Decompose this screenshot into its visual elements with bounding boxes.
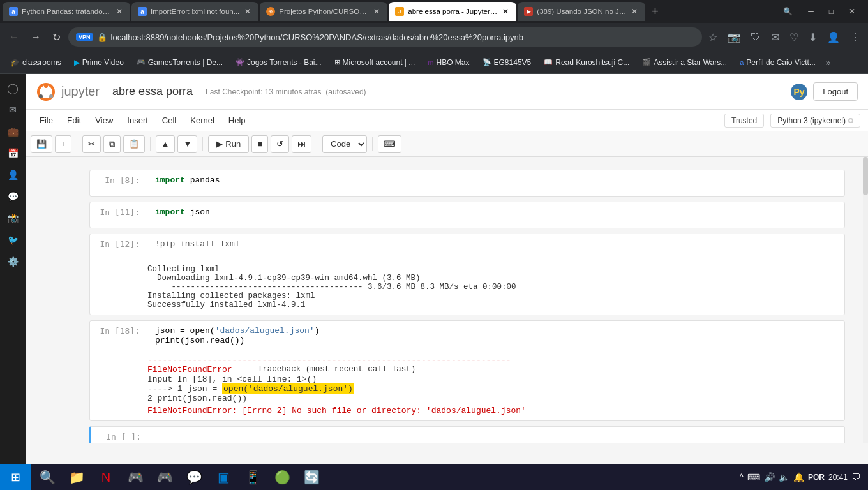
menu-help[interactable]: Help <box>222 113 252 128</box>
bookmark-prime[interactable]: ▶ Prime Video <box>69 56 129 70</box>
sidebar-icon-email[interactable]: ✉ <box>4 101 22 119</box>
code-module: pandas <box>190 175 220 185</box>
profile-icon[interactable]: 👤 <box>825 29 842 46</box>
cell-5[interactable]: In [ ]: <box>89 426 845 443</box>
sidebar-icon-person[interactable]: 👤 <box>4 166 22 184</box>
cell-type-select[interactable]: Code <box>322 135 367 153</box>
bookmark-hbo[interactable]: m HBO Max <box>423 56 474 70</box>
new-tab-button[interactable]: + <box>647 3 664 21</box>
cell-3[interactable]: In [12]: !pip install lxml Collecting lx… <box>89 234 845 315</box>
bookmarks-more[interactable]: » <box>826 57 831 68</box>
tray-volume-icon[interactable]: 🔈 <box>779 472 789 482</box>
taskbar-green1[interactable]: 🟢 <box>268 464 296 490</box>
menu-insert[interactable]: Insert <box>121 113 154 128</box>
add-cell-button[interactable]: + <box>55 135 71 153</box>
start-button[interactable]: ⊞ <box>0 464 31 490</box>
sidebar-icon-settings[interactable]: ⚙️ <box>4 253 22 271</box>
sidebar-icon-briefcase[interactable]: 💼 <box>4 122 22 140</box>
move-down-button[interactable]: ▼ <box>177 135 197 153</box>
bookmark-read[interactable]: 📖 Read Kuroshitsuji C... <box>539 56 634 70</box>
tab-4[interactable]: J abre essa porra - Jupyter N... ✕ <box>389 2 516 21</box>
tab-3-close[interactable]: ✕ <box>372 6 381 17</box>
tab-1-close[interactable]: ✕ <box>115 6 124 17</box>
taskbar-search[interactable]: 🔍 <box>33 464 61 490</box>
tray-arrow-icon[interactable]: ^ <box>739 472 744 482</box>
menu-file[interactable]: File <box>33 113 59 128</box>
menu-kernel[interactable]: Kernel <box>184 113 221 128</box>
cell-1[interactable]: In [8]: import pandas <box>89 170 845 197</box>
minimize-button[interactable]: ─ <box>805 4 816 19</box>
taskbar-refresh[interactable]: 🔄 <box>297 464 326 490</box>
cell-5-body[interactable] <box>149 427 844 443</box>
menu-view[interactable]: View <box>89 113 119 128</box>
bookmark-eg8145[interactable]: 📡 EG8145V5 <box>477 56 537 70</box>
taskbar-files[interactable]: 📁 <box>63 464 91 490</box>
bookmark-jogos[interactable]: 👾 Jogos Torrents - Bai... <box>230 56 327 70</box>
notification-icon[interactable]: 🔔 <box>793 472 804 482</box>
language-indicator: POR <box>808 473 825 482</box>
extensions-icon[interactable]: ⋮ <box>848 29 863 46</box>
taskbar-whatsapp[interactable]: 📱 <box>239 464 267 490</box>
bookmark-assistir[interactable]: 🎬 Assistir a Star Wars... <box>637 56 732 70</box>
close-button[interactable]: ✕ <box>846 4 858 19</box>
reload-button[interactable]: ↻ <box>49 27 64 47</box>
screenshot-icon[interactable]: 📷 <box>725 29 743 46</box>
tray-network-icon[interactable]: 🔊 <box>764 472 775 482</box>
taskbar-notifications-button[interactable]: 🗨 <box>851 472 860 482</box>
logout-button[interactable]: Logout <box>813 82 858 101</box>
copy-button[interactable]: ⧉ <box>103 135 121 153</box>
maximize-button[interactable]: □ <box>827 4 836 19</box>
bookmark-perfil[interactable]: a Perfil de Caio Victt... <box>735 56 821 70</box>
menu-edit[interactable]: Edit <box>61 113 87 128</box>
tab-4-close[interactable]: ✕ <box>501 6 510 17</box>
cell-4-body[interactable]: json = open('dados/aluguel.json') print(… <box>147 321 844 350</box>
tab-5[interactable]: ▶ (389) Usando JSON no Jup... ✕ <box>518 2 645 21</box>
paste-button[interactable]: 📋 <box>123 135 145 153</box>
forward-button[interactable]: → <box>27 27 45 47</box>
taskbar-netflix[interactable]: N <box>92 464 120 490</box>
tab-1[interactable]: a Python Pandas: tratando e... ✕ <box>3 2 130 21</box>
cell-4[interactable]: In [18]: json = open('dados/aluguel.json… <box>89 320 845 421</box>
scrollbar-thumb[interactable] <box>863 157 868 195</box>
url-bar[interactable]: VPN 🔒 localhost:8889/notebooks/Projetos%… <box>68 27 702 47</box>
cell-1-body[interactable]: import pandas <box>147 170 844 196</box>
cell-2[interactable]: In [11]: import json <box>89 202 845 228</box>
sidebar-icon-circle[interactable]: ◯ <box>4 79 22 97</box>
bookmark-star-icon[interactable]: ☆ <box>706 29 720 46</box>
tab-2-close[interactable]: ✕ <box>243 6 252 17</box>
shield-icon[interactable]: 🛡 <box>748 29 763 45</box>
move-up-button[interactable]: ▲ <box>156 135 176 153</box>
bookmark-gametorrents[interactable]: 🎮 GamesTorrents | De... <box>131 56 228 70</box>
tray-keyboard-icon[interactable]: ⌨ <box>747 472 760 482</box>
bookmark-classrooms[interactable]: 🎓 classrooms <box>5 56 66 70</box>
tab-2[interactable]: a ImportError: lxml not foun... ✕ <box>131 2 258 21</box>
sidebar-icon-instagram[interactable]: 📸 <box>4 209 22 227</box>
taskbar-xbox[interactable]: 🎮 <box>121 464 149 490</box>
cut-button[interactable]: ✂ <box>82 135 101 153</box>
notebook-title[interactable]: abre essa porra <box>112 85 193 98</box>
send-icon[interactable]: ✉ <box>768 29 782 46</box>
run-button[interactable]: ▶ Run <box>208 135 249 153</box>
heart-icon[interactable]: ♡ <box>787 29 801 46</box>
download-icon[interactable]: ⬇ <box>806 29 819 46</box>
sidebar-icon-twitter[interactable]: 🐦 <box>4 231 22 249</box>
scrollbar[interactable] <box>863 157 868 443</box>
sidebar-icon-chat[interactable]: 💬 <box>4 188 22 205</box>
taskbar-vscode[interactable]: ▣ <box>209 464 237 490</box>
restart-run-button[interactable]: ⏭ <box>292 135 311 153</box>
search-icon[interactable]: 🔍 <box>781 4 795 19</box>
cell-2-body[interactable]: import json <box>147 202 844 228</box>
stop-button[interactable]: ■ <box>251 135 268 153</box>
sidebar-icon-calendar[interactable]: 📅 <box>4 144 22 162</box>
bookmark-microsoft[interactable]: ⊞ Microsoft account | ... <box>329 56 421 70</box>
keyboard-shortcut-button[interactable]: ⌨ <box>378 135 401 153</box>
tab-5-close[interactable]: ✕ <box>630 6 639 17</box>
cell-3-body[interactable]: !pip install lxml <box>147 234 844 260</box>
menu-cell[interactable]: Cell <box>156 113 183 128</box>
restart-button[interactable]: ↺ <box>271 135 289 153</box>
back-button[interactable]: ← <box>5 27 23 47</box>
taskbar-steam[interactable]: 🎮 <box>151 464 179 490</box>
tab-3[interactable]: ⊕ Projetos Python/CURSO PA... ✕ <box>260 2 387 21</box>
taskbar-discord[interactable]: 💬 <box>180 464 208 490</box>
save-button[interactable]: 💾 <box>31 135 52 153</box>
